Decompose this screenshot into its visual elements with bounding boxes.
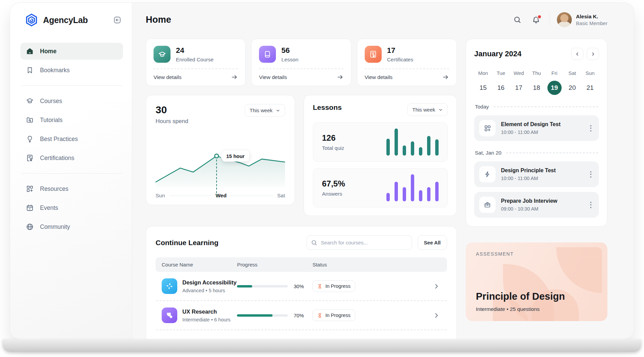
event-menu-button[interactable] — [587, 123, 594, 134]
sidebar-item-label: Best Practices — [40, 136, 78, 143]
calendar-dates: 15 16 17 18 19 20 21 — [474, 81, 599, 95]
search-icon — [311, 239, 318, 246]
sidebar-item-events[interactable]: Events — [20, 199, 123, 216]
chevron-down-icon — [438, 107, 443, 112]
row-chevron-right-icon[interactable] — [432, 311, 441, 320]
hours-label: Hours spend — [156, 118, 188, 125]
stat-value: 56 — [281, 46, 298, 55]
answers-value: 67,5% — [322, 179, 345, 189]
sidebar-item-community[interactable]: Community — [20, 218, 123, 235]
course-meta: Intermediate • 6 hours — [182, 317, 230, 322]
hours-period-select[interactable]: This week — [245, 104, 285, 117]
event-menu-button[interactable] — [587, 200, 594, 210]
row-chevron-right-icon[interactable] — [432, 282, 441, 291]
event-design-principle-test[interactable]: Design Principle Test 10:00 - 11:00 AM — [474, 161, 599, 187]
user-info: Alesia K. Basic Member — [576, 14, 607, 26]
calendar-date[interactable]: 20 — [563, 81, 581, 95]
calendar-date[interactable]: 18 — [528, 81, 546, 95]
notifications-button[interactable] — [530, 14, 542, 25]
sidebar-item-bookmarks[interactable]: Bookmarks — [20, 62, 123, 79]
assessment-card[interactable]: ASSESSMENT Principle of Design Intermedi… — [466, 242, 607, 321]
avatar — [557, 12, 572, 27]
chart-marker[interactable] — [214, 154, 219, 158]
calendar-next-button[interactable] — [587, 48, 599, 60]
event-element-of-design-test[interactable]: Element of Design Test 10:00 - 11:00 AM — [474, 115, 599, 141]
bookmark-icon — [26, 66, 34, 74]
view-details-link[interactable]: View details — [154, 68, 238, 81]
page-title: Home — [146, 15, 171, 25]
grid-plus-icon — [479, 120, 496, 136]
search-button[interactable] — [512, 14, 523, 25]
answers-bar-chart — [386, 174, 439, 201]
sidebar-item-home[interactable]: Home — [20, 43, 123, 60]
calendar-date[interactable]: 16 — [492, 81, 510, 95]
status-badge[interactable]: In Progress — [313, 280, 355, 292]
stat-card-enrolled-course: 24 Enrolled Course View details — [146, 39, 246, 86]
stat-card-certificates: 17 Certificates View details — [357, 39, 457, 86]
user-name: Alesia K. — [576, 14, 607, 20]
schedule-section-sat-jan-20: Sat, Jan 20 — [475, 150, 598, 156]
stat-card-lesson: 56 Lesson View details — [251, 39, 351, 86]
grid-plus-icon — [26, 185, 34, 193]
course-search — [306, 235, 412, 250]
stat-label: Certificates — [387, 57, 414, 63]
calendar-date[interactable]: 15 — [474, 81, 492, 95]
course-search-input[interactable] — [306, 235, 412, 250]
sidebar: AgencyLab Home Bookmarks — [10, 3, 132, 339]
event-prepare-job-interview[interactable]: Prepare Job Interview 09:00 - 10:30 AM — [474, 192, 599, 218]
total-quiz-stat: 126 Total quiz — [313, 122, 448, 162]
see-all-button[interactable]: See All — [418, 235, 447, 250]
assessment-title: Principle of Design — [476, 291, 597, 302]
stat-value: 17 — [387, 46, 414, 55]
user-menu[interactable]: Alesia K. Basic Member — [557, 12, 607, 27]
sidebar-item-label: Courses — [40, 98, 62, 105]
answers-stat: 67,5% Answers — [313, 168, 448, 207]
search-icon — [513, 16, 522, 24]
graduation-cap-icon — [154, 46, 170, 63]
briefcase-icon — [479, 197, 496, 213]
view-details-link[interactable]: View details — [365, 68, 449, 81]
chevron-left-icon — [575, 52, 580, 57]
logo-row: AgencyLab — [20, 13, 123, 27]
view-details-link[interactable]: View details — [259, 68, 343, 81]
sidebar-item-label: Bookmarks — [40, 67, 70, 74]
calendar-date[interactable]: 21 — [581, 81, 599, 95]
graduation-cap-icon — [26, 97, 34, 105]
app-window: AgencyLab Home Bookmarks — [10, 3, 634, 339]
arrow-right-icon — [231, 74, 238, 81]
column-course-name: Course Name — [162, 262, 237, 267]
sidebar-item-tutorials[interactable]: Tutorials — [20, 112, 123, 128]
sidebar-item-resources[interactable]: Resources — [20, 180, 123, 197]
folder-search-icon — [26, 116, 34, 124]
lessons-period-select[interactable]: This week — [407, 103, 448, 116]
table-row[interactable]: UX Research Intermediate • 6 hours 70% — [156, 301, 447, 330]
notification-dot — [537, 15, 542, 19]
status-badge[interactable]: In Progress — [313, 310, 355, 321]
axis-label-sun: Sun — [156, 193, 165, 199]
axis-label-sat: Sat — [277, 193, 285, 199]
calendar-date[interactable]: 17 — [510, 81, 528, 95]
main-area: Home Alesia — [132, 3, 634, 339]
sidebar-item-label: Home — [40, 48, 57, 55]
lessons-card: Lessons This week 126 Total quiz — [304, 95, 457, 216]
event-menu-button[interactable] — [587, 169, 594, 180]
answers-label: Answers — [322, 191, 345, 197]
sidebar-item-certifications[interactable]: Certifications — [20, 150, 123, 166]
calendar-prev-button[interactable] — [571, 48, 583, 60]
book-icon — [259, 46, 276, 63]
header-actions: Alesia K. Basic Member — [512, 12, 607, 27]
sidebar-nav: Home Bookmarks Courses — [20, 43, 123, 235]
calendar-month-title: January 2024 — [474, 49, 521, 58]
sidebar-item-label: Resources — [40, 185, 68, 193]
sidebar-item-courses[interactable]: Courses — [20, 93, 123, 110]
course-meta: Advanced • 5 hours — [182, 288, 237, 293]
lightbulb-icon — [26, 135, 34, 143]
calendar-day-names: Mon Tue Wed Thu Fri Sat Sun — [474, 70, 599, 76]
course-icon — [162, 308, 177, 323]
table-row[interactable]: Design Accessibility Advanced • 5 hours … — [156, 272, 447, 300]
header-divider — [549, 14, 549, 25]
column-progress: Progress — [237, 262, 312, 267]
sidebar-item-best-practices[interactable]: Best Practices — [20, 131, 123, 147]
sidebar-collapse-button[interactable] — [112, 14, 123, 26]
calendar-date-selected[interactable]: 19 — [545, 81, 563, 95]
